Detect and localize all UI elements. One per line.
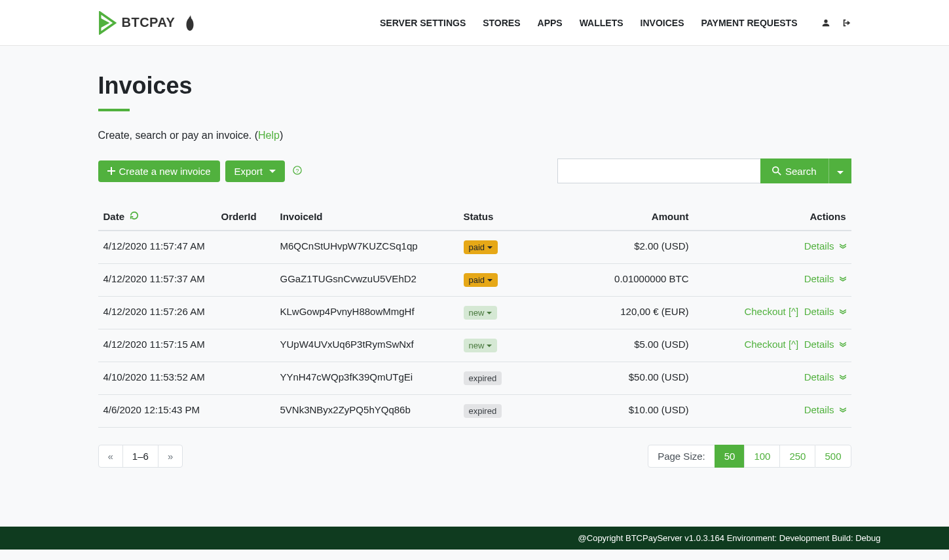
user-icon[interactable] bbox=[821, 18, 830, 28]
search-icon bbox=[772, 166, 781, 176]
brand-logo[interactable]: BTCPAY bbox=[98, 11, 176, 35]
expand-icon[interactable] bbox=[840, 373, 846, 383]
subtitle: Create, search or pay an invoice. (Help) bbox=[98, 130, 851, 141]
cell-invoiceid: YUpW4UVxUq6P3tRymSwNxf bbox=[275, 329, 458, 362]
help-icon[interactable]: ? bbox=[293, 166, 302, 177]
cell-actions: Checkout [^] Details bbox=[694, 297, 851, 329]
cell-date: 4/12/2020 11:57:37 AM bbox=[98, 264, 216, 297]
cell-date: 4/12/2020 11:57:47 AM bbox=[98, 231, 216, 264]
table-row: 4/12/2020 11:57:26 AMKLwGowp4PvnyH88owMm… bbox=[98, 297, 851, 329]
table-row: 4/6/2020 12:15:43 PM5VNk3NByx2ZyPQ5hYQq8… bbox=[98, 395, 851, 428]
create-invoice-button[interactable]: Create a new invoice bbox=[98, 160, 220, 182]
svg-point-2 bbox=[773, 167, 779, 173]
details-link[interactable]: Details bbox=[804, 339, 834, 350]
col-date[interactable]: Date bbox=[98, 203, 216, 231]
export-button[interactable]: Export bbox=[225, 160, 285, 182]
table-row: 4/10/2020 11:53:52 AMYYnH47cWQp3fK39QmUT… bbox=[98, 362, 851, 395]
cell-status: expired bbox=[458, 395, 563, 428]
page-size-250[interactable]: 250 bbox=[779, 445, 815, 468]
table-row: 4/12/2020 11:57:37 AMGGaZ1TUGsnCvwzuU5VE… bbox=[98, 264, 851, 297]
page-size-50[interactable]: 50 bbox=[715, 445, 745, 468]
col-amount: Amount bbox=[563, 203, 694, 231]
cell-date: 4/6/2020 12:15:43 PM bbox=[98, 395, 216, 428]
cell-invoiceid: YYnH47cWQp3fK39QmUTgEi bbox=[275, 362, 458, 395]
details-link[interactable]: Details bbox=[804, 371, 834, 383]
tor-onion-icon[interactable] bbox=[183, 14, 197, 31]
page-size-100[interactable]: 100 bbox=[744, 445, 780, 468]
col-invoiceid: InvoiceId bbox=[275, 203, 458, 231]
cell-amount: $50.00 (USD) bbox=[563, 362, 694, 395]
nav-wallets[interactable]: WALLETS bbox=[580, 18, 623, 28]
page-prev[interactable]: « bbox=[98, 445, 123, 468]
checkout-link[interactable]: Checkout [^] bbox=[744, 339, 798, 350]
nav-stores[interactable]: STORES bbox=[483, 18, 520, 28]
cell-orderid bbox=[216, 329, 275, 362]
checkout-link[interactable]: Checkout [^] bbox=[744, 306, 798, 317]
page-size-500[interactable]: 500 bbox=[815, 445, 851, 468]
table-row: 4/12/2020 11:57:47 AMM6QCnStUHvpW7KUZCSq… bbox=[98, 231, 851, 264]
details-link[interactable]: Details bbox=[804, 306, 834, 317]
status-badge[interactable]: paid bbox=[464, 240, 498, 254]
status-badge: expired bbox=[464, 404, 502, 418]
cell-status: paid bbox=[458, 231, 563, 264]
page-range[interactable]: 1–6 bbox=[122, 445, 158, 468]
footer-bar: @Copyright BTCPayServer v1.0.3.164 Envir… bbox=[0, 527, 949, 550]
cell-status: expired bbox=[458, 362, 563, 395]
details-link[interactable]: Details bbox=[804, 273, 834, 284]
invoices-table: Date OrderId InvoiceId Status Amount Act… bbox=[98, 203, 851, 428]
cell-amount: 0.01000000 BTC bbox=[563, 264, 694, 297]
pagination: « 1–6 » bbox=[98, 445, 183, 468]
cell-orderid bbox=[216, 395, 275, 428]
cell-date: 4/10/2020 11:53:52 AM bbox=[98, 362, 216, 395]
nav-apps[interactable]: APPS bbox=[538, 18, 563, 28]
page-title: Invoices bbox=[98, 72, 851, 100]
col-status: Status bbox=[458, 203, 563, 231]
nav-links: SERVER SETTINGS STORES APPS WALLETS INVO… bbox=[380, 18, 851, 28]
nav-invoices[interactable]: INVOICES bbox=[641, 18, 684, 28]
cell-orderid bbox=[216, 231, 275, 264]
toolbar: Create a new invoice Export ? Search bbox=[98, 159, 851, 183]
cell-status: new bbox=[458, 329, 563, 362]
cell-date: 4/12/2020 11:57:26 AM bbox=[98, 297, 216, 329]
nav-payment-requests[interactable]: PAYMENT REQUESTS bbox=[701, 18, 797, 28]
help-link[interactable]: Help bbox=[258, 130, 280, 141]
cell-orderid bbox=[216, 362, 275, 395]
expand-icon[interactable] bbox=[840, 406, 846, 415]
expand-icon[interactable] bbox=[840, 341, 846, 350]
refresh-icon[interactable] bbox=[130, 211, 139, 222]
details-link[interactable]: Details bbox=[804, 240, 834, 252]
cell-invoiceid: GGaZ1TUGsnCvwzuU5VEhD2 bbox=[275, 264, 458, 297]
page-size-group: Page Size: 50100250500 bbox=[648, 445, 851, 468]
brand-text: BTCPAY bbox=[122, 15, 176, 30]
cell-actions: Details bbox=[694, 231, 851, 264]
logo-group: BTCPAY bbox=[98, 11, 198, 35]
search-button[interactable]: Search bbox=[760, 159, 828, 183]
expand-icon[interactable] bbox=[840, 308, 846, 317]
search-dropdown-button[interactable] bbox=[828, 159, 851, 183]
cell-actions: Details bbox=[694, 362, 851, 395]
cell-status: new bbox=[458, 297, 563, 329]
table-footer: « 1–6 » Page Size: 50100250500 bbox=[98, 445, 851, 468]
cell-amount: 120,00 € (EUR) bbox=[563, 297, 694, 329]
table-row: 4/12/2020 11:57:15 AMYUpW4UVxUq6P3tRymSw… bbox=[98, 329, 851, 362]
expand-icon[interactable] bbox=[840, 275, 846, 284]
expand-icon[interactable] bbox=[840, 242, 846, 252]
col-orderid: OrderId bbox=[216, 203, 275, 231]
footer-text: @Copyright BTCPayServer v1.0.3.164 Envir… bbox=[56, 533, 894, 543]
status-badge: expired bbox=[464, 371, 502, 385]
cell-date: 4/12/2020 11:57:15 AM bbox=[98, 329, 216, 362]
page-next[interactable]: » bbox=[158, 445, 183, 468]
status-badge[interactable]: new bbox=[464, 339, 498, 352]
title-underline bbox=[98, 109, 130, 111]
status-badge[interactable]: new bbox=[464, 306, 498, 320]
cell-amount: $10.00 (USD) bbox=[563, 395, 694, 428]
nav-server-settings[interactable]: SERVER SETTINGS bbox=[380, 18, 466, 28]
btcpay-logo-icon bbox=[98, 11, 117, 35]
cell-invoiceid: M6QCnStUHvpW7KUZCSq1qp bbox=[275, 231, 458, 264]
details-link[interactable]: Details bbox=[804, 404, 834, 415]
search-input[interactable] bbox=[557, 159, 760, 183]
cell-orderid bbox=[216, 264, 275, 297]
logout-icon[interactable] bbox=[842, 18, 851, 28]
status-badge[interactable]: paid bbox=[464, 273, 498, 287]
cell-invoiceid: 5VNk3NByx2ZyPQ5hYQq86b bbox=[275, 395, 458, 428]
